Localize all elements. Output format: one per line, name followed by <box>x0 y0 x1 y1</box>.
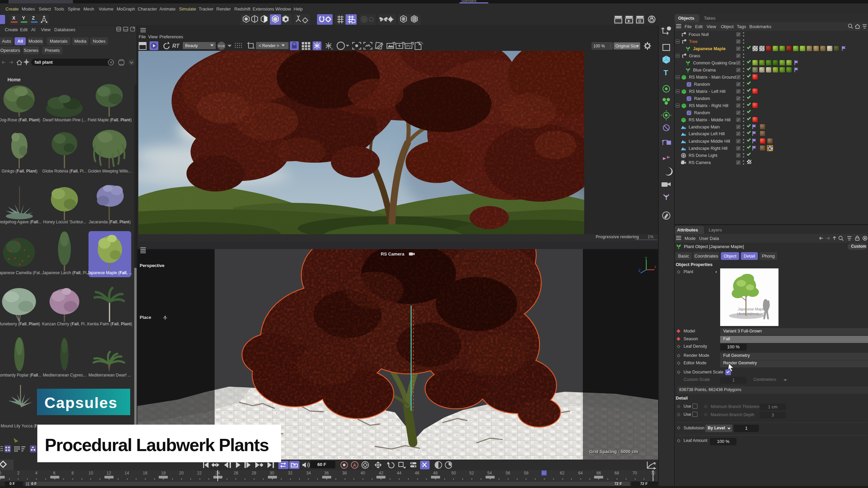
svg-text:G: G <box>331 47 333 50</box>
svg-text:(Acer palmatum): (Acer palmatum) <box>737 312 765 316</box>
svg-text:Japanese Maple: Japanese Maple <box>738 307 765 311</box>
svg-text:Beauty: Beauty <box>185 43 198 48</box>
svg-text:Z: Z <box>638 269 640 272</box>
svg-text:RT: RT <box>172 43 180 49</box>
svg-text:Y: Y <box>645 257 647 260</box>
svg-text:A: A <box>353 463 356 468</box>
svg-text:PV: PV <box>406 44 411 48</box>
svg-text:X: X <box>654 265 656 269</box>
svg-text:< Render >: < Render > <box>259 43 279 48</box>
svg-text:RGB: RGB <box>218 44 225 48</box>
svg-text:T: T <box>664 68 668 77</box>
